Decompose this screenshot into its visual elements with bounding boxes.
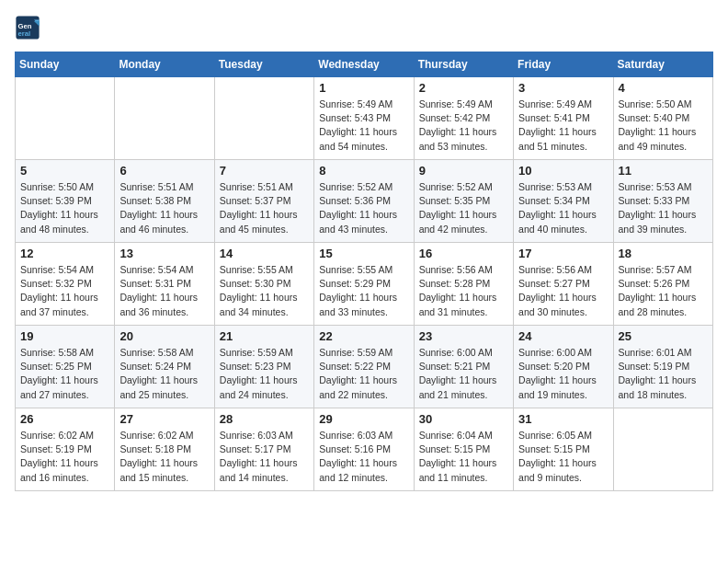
day-cell: 8Sunrise: 5:52 AM Sunset: 5:36 PM Daylig…	[314, 160, 414, 243]
day-info: Sunrise: 5:55 AM Sunset: 5:29 PM Dayligh…	[319, 263, 408, 319]
day-cell: 29Sunrise: 6:03 AM Sunset: 5:16 PM Dayli…	[314, 408, 414, 491]
day-info: Sunrise: 5:56 AM Sunset: 5:27 PM Dayligh…	[518, 263, 608, 319]
day-number: 14	[220, 247, 309, 260]
day-number: 23	[419, 329, 508, 343]
day-info: Sunrise: 5:52 AM Sunset: 5:36 PM Dayligh…	[319, 180, 408, 236]
day-number: 1	[319, 81, 408, 95]
day-number: 6	[119, 164, 209, 178]
day-info: Sunrise: 5:56 AM Sunset: 5:28 PM Dayligh…	[419, 263, 508, 319]
day-info: Sunrise: 5:53 AM Sunset: 5:33 PM Dayligh…	[619, 180, 708, 236]
calendar-table: SundayMondayTuesdayWednesdayThursdayFrid…	[15, 52, 713, 491]
day-number: 22	[319, 329, 408, 343]
day-cell: 1Sunrise: 5:49 AM Sunset: 5:43 PM Daylig…	[314, 77, 414, 160]
day-info: Sunrise: 6:02 AM Sunset: 5:18 PM Dayligh…	[119, 429, 209, 485]
header-sunday: Sunday	[16, 52, 115, 77]
day-cell: 17Sunrise: 5:56 AM Sunset: 5:27 PM Dayli…	[514, 243, 613, 326]
day-cell: 6Sunrise: 5:51 AM Sunset: 5:38 PM Daylig…	[115, 160, 214, 243]
day-cell: 3Sunrise: 5:49 AM Sunset: 5:41 PM Daylig…	[514, 77, 613, 160]
day-cell	[214, 77, 313, 160]
day-number: 27	[119, 412, 209, 426]
day-number: 13	[119, 247, 209, 260]
day-info: Sunrise: 5:49 AM Sunset: 5:43 PM Dayligh…	[319, 98, 408, 154]
day-info: Sunrise: 5:50 AM Sunset: 5:39 PM Dayligh…	[20, 180, 109, 236]
svg-text:eral: eral	[18, 29, 31, 38]
day-info: Sunrise: 6:00 AM Sunset: 5:20 PM Dayligh…	[518, 346, 608, 402]
day-cell: 14Sunrise: 5:55 AM Sunset: 5:30 PM Dayli…	[214, 243, 313, 326]
day-cell: 30Sunrise: 6:04 AM Sunset: 5:15 PM Dayli…	[414, 408, 513, 491]
day-cell: 10Sunrise: 5:53 AM Sunset: 5:34 PM Dayli…	[514, 160, 613, 243]
day-number: 19	[20, 329, 109, 343]
day-number: 11	[619, 164, 708, 178]
day-cell: 9Sunrise: 5:52 AM Sunset: 5:35 PM Daylig…	[414, 160, 513, 243]
logo-icon: Gen eral	[15, 15, 40, 40]
day-cell	[16, 77, 115, 160]
day-number: 24	[518, 329, 608, 343]
day-cell: 13Sunrise: 5:54 AM Sunset: 5:31 PM Dayli…	[115, 243, 214, 326]
day-cell: 25Sunrise: 6:01 AM Sunset: 5:19 PM Dayli…	[613, 326, 712, 408]
day-number: 4	[619, 81, 708, 95]
day-number: 28	[220, 412, 309, 426]
week-row-2: 12Sunrise: 5:54 AM Sunset: 5:32 PM Dayli…	[16, 243, 713, 326]
day-info: Sunrise: 5:59 AM Sunset: 5:23 PM Dayligh…	[220, 346, 309, 402]
day-info: Sunrise: 6:03 AM Sunset: 5:16 PM Dayligh…	[319, 429, 408, 485]
day-info: Sunrise: 6:05 AM Sunset: 5:15 PM Dayligh…	[518, 429, 608, 485]
calendar-body: 1Sunrise: 5:49 AM Sunset: 5:43 PM Daylig…	[16, 77, 713, 491]
day-info: Sunrise: 5:58 AM Sunset: 5:25 PM Dayligh…	[20, 346, 109, 402]
day-number: 25	[619, 329, 708, 343]
calendar-header: SundayMondayTuesdayWednesdayThursdayFrid…	[16, 52, 713, 77]
day-cell: 15Sunrise: 5:55 AM Sunset: 5:29 PM Dayli…	[314, 243, 414, 326]
day-number: 5	[20, 164, 109, 178]
day-number: 30	[419, 412, 508, 426]
day-info: Sunrise: 5:59 AM Sunset: 5:22 PM Dayligh…	[319, 346, 408, 402]
day-cell: 26Sunrise: 6:02 AM Sunset: 5:19 PM Dayli…	[16, 408, 115, 491]
day-cell: 7Sunrise: 5:51 AM Sunset: 5:37 PM Daylig…	[214, 160, 313, 243]
logo: Gen eral	[15, 15, 44, 40]
page-header: Gen eral	[15, 15, 713, 40]
day-info: Sunrise: 5:55 AM Sunset: 5:30 PM Dayligh…	[220, 263, 309, 319]
day-cell: 22Sunrise: 5:59 AM Sunset: 5:22 PM Dayli…	[314, 326, 414, 408]
day-number: 3	[518, 81, 608, 95]
day-info: Sunrise: 6:02 AM Sunset: 5:19 PM Dayligh…	[20, 429, 109, 485]
day-info: Sunrise: 5:51 AM Sunset: 5:38 PM Dayligh…	[119, 180, 209, 236]
day-number: 26	[20, 412, 109, 426]
day-cell: 21Sunrise: 5:59 AM Sunset: 5:23 PM Dayli…	[214, 326, 313, 408]
day-number: 18	[619, 247, 708, 260]
header-tuesday: Tuesday	[214, 52, 313, 77]
week-row-0: 1Sunrise: 5:49 AM Sunset: 5:43 PM Daylig…	[16, 77, 713, 160]
day-cell: 28Sunrise: 6:03 AM Sunset: 5:17 PM Dayli…	[214, 408, 313, 491]
day-number: 9	[419, 164, 508, 178]
day-info: Sunrise: 5:57 AM Sunset: 5:26 PM Dayligh…	[619, 263, 708, 319]
day-number: 10	[518, 164, 608, 178]
day-cell	[613, 408, 712, 491]
day-number: 2	[419, 81, 508, 95]
day-cell: 4Sunrise: 5:50 AM Sunset: 5:40 PM Daylig…	[613, 77, 712, 160]
day-info: Sunrise: 5:53 AM Sunset: 5:34 PM Dayligh…	[518, 180, 608, 236]
header-saturday: Saturday	[613, 52, 712, 77]
header-thursday: Thursday	[414, 52, 513, 77]
day-cell: 16Sunrise: 5:56 AM Sunset: 5:28 PM Dayli…	[414, 243, 513, 326]
header-wednesday: Wednesday	[314, 52, 414, 77]
day-info: Sunrise: 5:52 AM Sunset: 5:35 PM Dayligh…	[419, 180, 508, 236]
day-cell: 11Sunrise: 5:53 AM Sunset: 5:33 PM Dayli…	[613, 160, 712, 243]
day-info: Sunrise: 5:58 AM Sunset: 5:24 PM Dayligh…	[119, 346, 209, 402]
day-cell: 5Sunrise: 5:50 AM Sunset: 5:39 PM Daylig…	[16, 160, 115, 243]
day-number: 15	[319, 247, 408, 260]
day-info: Sunrise: 6:04 AM Sunset: 5:15 PM Dayligh…	[419, 429, 508, 485]
header-monday: Monday	[115, 52, 214, 77]
day-number: 21	[220, 329, 309, 343]
day-number: 29	[319, 412, 408, 426]
day-info: Sunrise: 5:49 AM Sunset: 5:42 PM Dayligh…	[419, 98, 508, 154]
day-cell: 31Sunrise: 6:05 AM Sunset: 5:15 PM Dayli…	[514, 408, 613, 491]
day-number: 7	[220, 164, 309, 178]
week-row-1: 5Sunrise: 5:50 AM Sunset: 5:39 PM Daylig…	[16, 160, 713, 243]
day-number: 31	[518, 412, 608, 426]
day-number: 20	[119, 329, 209, 343]
day-info: Sunrise: 5:50 AM Sunset: 5:40 PM Dayligh…	[619, 98, 708, 154]
day-cell: 23Sunrise: 6:00 AM Sunset: 5:21 PM Dayli…	[414, 326, 513, 408]
day-cell: 19Sunrise: 5:58 AM Sunset: 5:25 PM Dayli…	[16, 326, 115, 408]
day-number: 12	[20, 247, 109, 260]
day-info: Sunrise: 6:03 AM Sunset: 5:17 PM Dayligh…	[220, 429, 309, 485]
day-cell: 20Sunrise: 5:58 AM Sunset: 5:24 PM Dayli…	[115, 326, 214, 408]
day-info: Sunrise: 5:51 AM Sunset: 5:37 PM Dayligh…	[220, 180, 309, 236]
day-info: Sunrise: 5:49 AM Sunset: 5:41 PM Dayligh…	[518, 98, 608, 154]
